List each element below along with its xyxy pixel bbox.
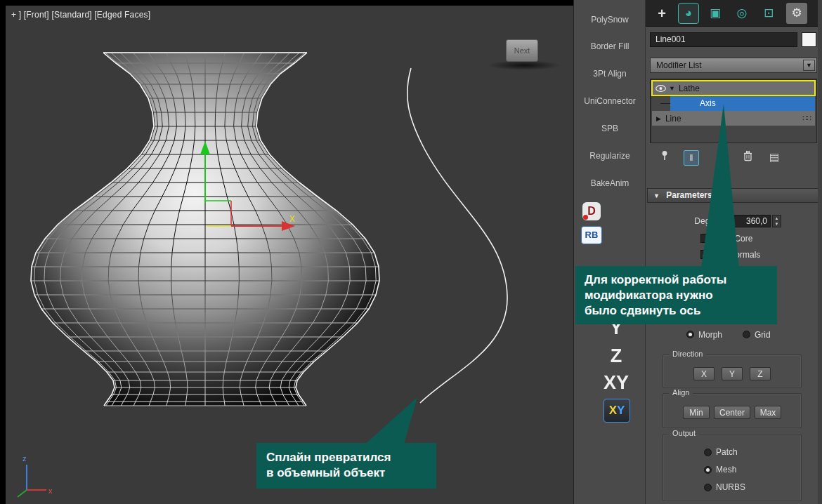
morph-label: Morph [698, 328, 722, 342]
grid-label: Grid [755, 328, 771, 342]
modifier-list-label: Modifier List [656, 60, 702, 70]
stack-line-label: Line [665, 114, 681, 124]
flip-normals-checkbox[interactable]: ✓ [700, 250, 710, 259]
axis-callout: Для корректной работы модификатора нужно… [575, 266, 777, 324]
stack-lathe-label: Lathe [679, 84, 700, 93]
degrees-label: Degrees: [646, 214, 729, 228]
plugin-d-icon[interactable]: D [582, 202, 601, 220]
parameters-title: Parameters [666, 190, 712, 200]
application-window: + ] [Front] [Standard] [Edged Faces] [0, 0, 822, 504]
weld-core-row: Weld Core [646, 232, 822, 246]
axis-callout-line3: было сдвинуть ось [585, 303, 777, 319]
morph-radio[interactable] [686, 331, 694, 338]
tripod-x-label: x [48, 486, 53, 495]
direction-group-label: Direction [669, 350, 706, 358]
object-name-field[interactable]: Line001 [650, 32, 797, 47]
flip-normals-label: Flip Normals [713, 248, 760, 262]
gizmo-x-label: X [289, 214, 295, 224]
xy-icon-y: Y [617, 404, 625, 417]
next-button-shadow [488, 60, 561, 70]
axis-callout-line1: Для корректной работы [585, 272, 777, 288]
plugin-rb-icon[interactable]: RB [581, 226, 602, 244]
constraint-xy-button[interactable]: XY [595, 372, 637, 394]
modifiers-toolbar: PolySnow Border Fill 3Pt Align UniConnec… [573, 0, 645, 504]
hierarchy-tab-icon[interactable]: ▣ [705, 3, 726, 24]
align-group: Align Min Center Max [663, 393, 802, 428]
degrees-row: Degrees: 360,0 ▲ ▼ [646, 214, 822, 228]
expand-right-icon[interactable]: ▶ [656, 115, 661, 122]
next-button[interactable]: Next [506, 39, 538, 62]
spline-callout: Сплайн превратился в объемный объект [256, 443, 436, 489]
direction-group: Direction X Y Z [663, 354, 802, 388]
rollout-arrow-icon: ▼ [653, 192, 660, 199]
nurbs-label: NURBS [716, 481, 745, 494]
stack-item-axis[interactable]: Axis [652, 96, 815, 111]
stack-item-line[interactable]: ▶ Line ∷∷ [652, 111, 815, 126]
display-tab-icon[interactable]: ⊡ [758, 3, 779, 24]
spline-callout-line2: в объемный объект [266, 465, 436, 481]
configure-modifier-sets-icon[interactable]: ▤ [766, 150, 782, 166]
viewport-front[interactable]: + ] [Front] [Standard] [Edged Faces] [6, 6, 573, 504]
mesh-label: Mesh [716, 463, 736, 477]
align-min-button[interactable]: Min [683, 406, 710, 419]
spinner-down-icon[interactable]: ▼ [773, 221, 781, 227]
modifier-stack: ▼ Lathe Axis ▶ Line ∷∷ [650, 79, 817, 143]
utilities-tab-icon[interactable]: ⚙ [786, 3, 807, 24]
grid-radio[interactable] [743, 331, 750, 338]
toolbar-button-regularize[interactable]: Regularize [575, 148, 645, 164]
stack-toolbar: ‖ ▤ [646, 149, 822, 167]
drag-handle-icon[interactable]: ∷∷ [802, 114, 811, 123]
weld-core-checkbox[interactable] [700, 234, 710, 243]
toolbar-button-3pt-align[interactable]: 3Pt Align [575, 66, 645, 81]
patch-label: Patch [716, 446, 738, 459]
panel-scrollbar[interactable] [818, 0, 822, 504]
pin-stack-icon[interactable] [657, 150, 672, 166]
expand-down-icon[interactable]: ▼ [669, 85, 675, 92]
tripod-z-label: z [22, 454, 27, 463]
constraint-z-button[interactable]: Z [595, 345, 637, 367]
modify-tab-icon[interactable]: ◕ [678, 3, 699, 24]
toolbar-button-bakeanim[interactable]: BakeAnim [575, 175, 645, 191]
axis-callout-line2: модификатора нужно [585, 288, 777, 303]
capping-type-row: Morph Grid [646, 328, 822, 342]
patch-radio[interactable] [704, 449, 712, 456]
align-group-label: Align [669, 388, 693, 397]
motion-tab-icon[interactable]: ◎ [731, 3, 752, 24]
modifier-list-dropdown[interactable]: Modifier List ▼ [650, 58, 817, 73]
viewport-label[interactable]: + ] [Front] [Standard] [Edged Faces] [11, 10, 150, 20]
make-unique-icon[interactable] [715, 150, 730, 166]
direction-y-button[interactable]: Y [722, 367, 743, 380]
toolbar-button-polysnow[interactable]: PolySnow [575, 12, 645, 27]
stack-item-lathe[interactable]: ▼ Lathe [652, 81, 815, 95]
command-panel-tabbar: + ◕ ▣ ◎ ⊡ ⚙ [646, 0, 822, 27]
xy-icon-x: X [609, 404, 617, 417]
spinner-up-icon[interactable]: ▲ [773, 215, 781, 221]
object-color-swatch[interactable] [802, 32, 816, 47]
direction-z-button[interactable]: Z [750, 367, 771, 380]
chevron-down-icon[interactable]: ▼ [803, 60, 815, 71]
direction-x-button[interactable]: X [693, 367, 715, 380]
degrees-spinner[interactable]: ▲ ▼ [772, 215, 781, 227]
spline-callout-line1: Сплайн превратился [266, 450, 436, 465]
output-group-label: Output [669, 429, 699, 437]
toolbar-button-border-fill[interactable]: Border Fill [575, 39, 645, 54]
align-max-button[interactable]: Max [755, 406, 781, 419]
axis-tripod-icon: z x [18, 454, 53, 497]
spline-curve[interactable] [407, 68, 507, 403]
constraint-xy-plane-icon[interactable]: XY [604, 399, 630, 423]
show-end-result-icon[interactable]: ‖ [684, 150, 699, 166]
toolbar-button-spb[interactable]: SPB [575, 121, 645, 136]
vase-wireframe[interactable] [31, 53, 379, 406]
mesh-radio[interactable] [704, 466, 712, 474]
stack-axis-label[interactable]: Axis [670, 96, 815, 111]
nurbs-radio[interactable] [704, 484, 712, 491]
command-panel: + ◕ ▣ ◎ ⊡ ⚙ Line001 Modifier List ▼ ▼ La… [645, 0, 822, 504]
eye-icon[interactable] [655, 85, 666, 92]
viewport-canvas[interactable]: X z x [6, 6, 573, 504]
align-center-button[interactable]: Center [714, 406, 750, 419]
toolbar-button-uniconnector[interactable]: UniConnector [575, 93, 645, 109]
parameters-rollout-header[interactable]: ▼ Parameters [647, 188, 821, 203]
create-tab-icon[interactable]: + [651, 3, 672, 24]
degrees-input[interactable]: 360,0 [733, 215, 771, 227]
remove-modifier-trash-icon[interactable] [740, 150, 755, 166]
